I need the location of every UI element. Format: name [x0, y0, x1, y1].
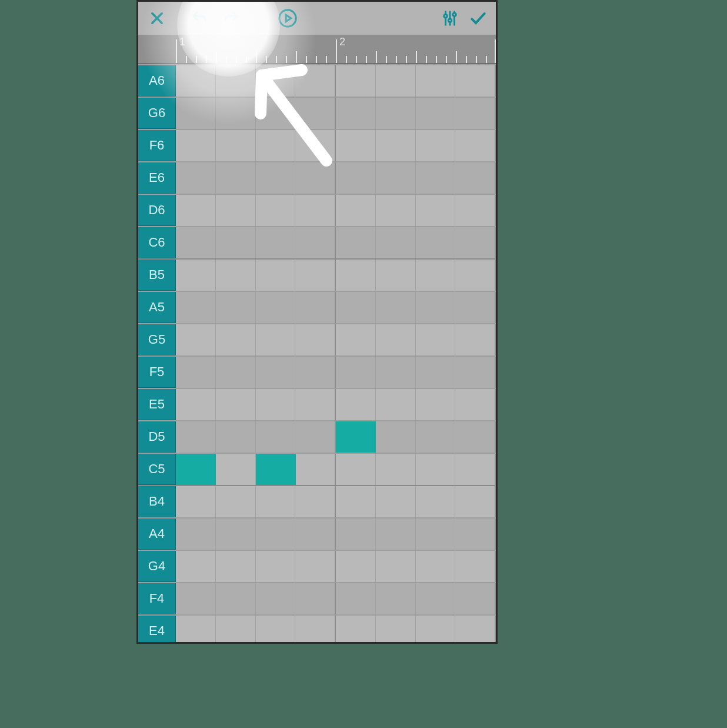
grid-cell[interactable]: [455, 551, 496, 582]
note-row[interactable]: F4: [138, 582, 496, 614]
grid-cell[interactable]: [376, 65, 416, 97]
grid-cell[interactable]: [376, 130, 416, 161]
grid-cell[interactable]: [455, 227, 496, 258]
grid-cell[interactable]: [256, 130, 296, 161]
grid-cell[interactable]: [176, 162, 216, 194]
grid-cell[interactable]: [376, 260, 416, 291]
grid-cell[interactable]: [295, 421, 336, 453]
grid-cell[interactable]: [295, 357, 336, 388]
grid-cell[interactable]: [295, 518, 336, 550]
grid-cell[interactable]: [416, 65, 456, 97]
grid-cell[interactable]: [376, 357, 416, 388]
grid-cell[interactable]: [455, 162, 496, 194]
grid-cell[interactable]: [256, 616, 296, 644]
grid-cell[interactable]: [455, 324, 496, 355]
midi-note[interactable]: [256, 454, 296, 485]
grid-cell[interactable]: [455, 454, 496, 485]
grid-cell[interactable]: [295, 130, 336, 161]
grid-cell[interactable]: [176, 486, 216, 517]
grid-cell[interactable]: [376, 551, 416, 582]
grid-cell[interactable]: [455, 98, 496, 129]
grid-cell[interactable]: [416, 292, 456, 323]
grid-cell[interactable]: [176, 292, 216, 323]
note-grid[interactable]: A6G6F6E6D6C6B5A5G5F5E5D5C5B4A4G4F4E4D4: [138, 64, 496, 644]
grid-cell[interactable]: [416, 260, 456, 291]
grid-cell[interactable]: [176, 551, 216, 582]
grid-cell[interactable]: [216, 65, 256, 97]
grid-cell[interactable]: [336, 518, 376, 550]
note-row[interactable]: E5: [138, 388, 496, 420]
grid-cell[interactable]: [176, 583, 216, 614]
undo-button[interactable]: [185, 4, 214, 32]
grid-cell[interactable]: [256, 389, 296, 420]
grid-cell[interactable]: [455, 292, 496, 323]
grid-cell[interactable]: [336, 454, 376, 485]
grid-cell[interactable]: [216, 583, 256, 614]
grid-cell[interactable]: [455, 583, 496, 614]
grid-cell[interactable]: [376, 227, 416, 258]
grid-cell[interactable]: [336, 324, 376, 355]
grid-cell[interactable]: [416, 421, 456, 453]
grid-cell[interactable]: [295, 486, 336, 517]
grid-cell[interactable]: [295, 454, 336, 485]
note-row[interactable]: F5: [138, 355, 496, 388]
grid-cell[interactable]: [176, 616, 216, 644]
grid-cell[interactable]: [295, 260, 336, 291]
grid-cell[interactable]: [336, 486, 376, 517]
note-row[interactable]: F6: [138, 129, 496, 161]
grid-cell[interactable]: [256, 357, 296, 388]
grid-cell[interactable]: [336, 616, 376, 644]
grid-cell[interactable]: [216, 130, 256, 161]
grid-cell[interactable]: [295, 324, 336, 355]
play-button[interactable]: [274, 4, 302, 32]
grid-cell[interactable]: [216, 454, 256, 485]
note-row[interactable]: B4: [138, 485, 496, 517]
grid-cell[interactable]: [216, 421, 256, 453]
grid-cell[interactable]: [256, 421, 296, 453]
grid-cell[interactable]: [336, 162, 376, 194]
note-row[interactable]: G5: [138, 323, 496, 355]
note-row[interactable]: A6: [138, 64, 496, 97]
grid-cell[interactable]: [455, 389, 496, 420]
grid-cell[interactable]: [336, 551, 376, 582]
grid-cell[interactable]: [216, 292, 256, 323]
redo-button[interactable]: [217, 4, 245, 32]
grid-cell[interactable]: [256, 195, 296, 226]
grid-cell[interactable]: [176, 421, 216, 453]
grid-cell[interactable]: [376, 583, 416, 614]
grid-cell[interactable]: [176, 65, 216, 97]
grid-cell[interactable]: [256, 260, 296, 291]
grid-cell[interactable]: [216, 389, 256, 420]
grid-cell[interactable]: [216, 195, 256, 226]
grid-cell[interactable]: [416, 324, 456, 355]
mixer-button[interactable]: [436, 4, 464, 32]
grid-cell[interactable]: [176, 195, 216, 226]
grid-cell[interactable]: [455, 357, 496, 388]
grid-cell[interactable]: [216, 162, 256, 194]
grid-cell[interactable]: [376, 616, 416, 644]
grid-cell[interactable]: [336, 292, 376, 323]
grid-cell[interactable]: [376, 486, 416, 517]
grid-cell[interactable]: [455, 486, 496, 517]
midi-note[interactable]: [336, 421, 376, 453]
note-row[interactable]: E4: [138, 614, 496, 644]
grid-cell[interactable]: [216, 551, 256, 582]
note-row[interactable]: G4: [138, 550, 496, 582]
grid-cell[interactable]: [376, 98, 416, 129]
grid-cell[interactable]: [336, 389, 376, 420]
grid-cell[interactable]: [216, 227, 256, 258]
note-row[interactable]: A4: [138, 517, 496, 550]
confirm-button[interactable]: [464, 4, 492, 32]
note-row[interactable]: G6: [138, 97, 496, 129]
grid-cell[interactable]: [295, 65, 336, 97]
grid-cell[interactable]: [416, 583, 456, 614]
grid-cell[interactable]: [295, 292, 336, 323]
grid-cell[interactable]: [256, 486, 296, 517]
grid-cell[interactable]: [295, 551, 336, 582]
grid-cell[interactable]: [376, 518, 416, 550]
grid-cell[interactable]: [295, 227, 336, 258]
grid-cell[interactable]: [256, 98, 296, 129]
grid-cell[interactable]: [376, 292, 416, 323]
grid-cell[interactable]: [176, 389, 216, 420]
grid-cell[interactable]: [455, 421, 496, 453]
